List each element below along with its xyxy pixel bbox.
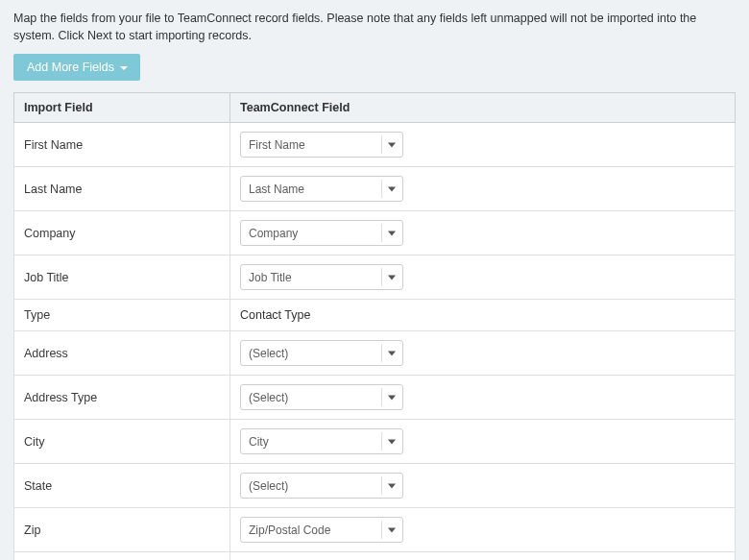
teamconnect-field-cell: Last Name bbox=[230, 167, 736, 211]
teamconnect-field-cell: First Name bbox=[230, 123, 736, 167]
teamconnect-field-cell: City bbox=[230, 420, 736, 464]
teamconnect-field-select[interactable]: City bbox=[240, 428, 403, 454]
import-field-label: Job Title bbox=[14, 256, 230, 300]
teamconnect-field-cell: Company bbox=[230, 211, 736, 256]
teamconnect-field-cell: (Select) bbox=[230, 464, 736, 508]
table-row: First NameFirst Name bbox=[14, 123, 736, 167]
import-field-label: Last Name bbox=[14, 167, 230, 211]
teamconnect-field-select[interactable]: Zip/Postal Code bbox=[240, 517, 403, 543]
table-row: Address(Select) bbox=[14, 331, 736, 376]
import-field-label: Address Type bbox=[14, 376, 230, 420]
import-field-label: First Name bbox=[14, 123, 230, 167]
teamconnect-field-select-wrap: Job Title bbox=[240, 264, 403, 290]
field-mapping-table: Import Field TeamConnect Field First Nam… bbox=[13, 92, 736, 560]
add-more-fields-button[interactable]: Add More Fields bbox=[13, 54, 140, 81]
teamconnect-field-static: Contact Type bbox=[240, 308, 310, 322]
teamconnect-field-select-wrap: (Select) bbox=[240, 384, 403, 410]
import-field-label: Zip bbox=[14, 508, 230, 552]
teamconnect-field-select-wrap: Last Name bbox=[240, 176, 403, 202]
import-field-label: Type bbox=[14, 300, 230, 331]
teamconnect-field-select-wrap: (Select) bbox=[240, 473, 403, 499]
header-teamconnect-field: TeamConnect Field bbox=[230, 93, 736, 123]
teamconnect-field-select[interactable]: Company bbox=[240, 220, 403, 246]
table-row: CompanyCompany bbox=[14, 211, 736, 256]
teamconnect-field-select-wrap: City bbox=[240, 428, 403, 454]
table-row: Phone(Select) bbox=[14, 552, 736, 560]
caret-down-icon bbox=[120, 66, 128, 70]
table-row: CityCity bbox=[14, 420, 736, 464]
teamconnect-field-cell: Contact Type bbox=[230, 300, 736, 331]
table-row: ZipZip/Postal Code bbox=[14, 508, 736, 552]
teamconnect-field-select-wrap: Company bbox=[240, 220, 403, 246]
teamconnect-field-select-wrap: (Select) bbox=[240, 340, 403, 366]
teamconnect-field-cell: (Select) bbox=[230, 552, 736, 560]
import-field-label: Company bbox=[14, 211, 230, 256]
teamconnect-field-select[interactable]: Last Name bbox=[240, 176, 403, 202]
table-row: Job TitleJob Title bbox=[14, 256, 736, 300]
teamconnect-field-select[interactable]: (Select) bbox=[240, 340, 403, 366]
table-row: Address Type(Select) bbox=[14, 376, 736, 420]
teamconnect-field-cell: (Select) bbox=[230, 376, 736, 420]
add-more-fields-label: Add More Fields bbox=[27, 61, 114, 74]
teamconnect-field-select-wrap: Zip/Postal Code bbox=[240, 517, 403, 543]
import-field-label: Address bbox=[14, 331, 230, 376]
import-field-label: State bbox=[14, 464, 230, 508]
teamconnect-field-cell: Job Title bbox=[230, 256, 736, 300]
teamconnect-field-select-wrap: First Name bbox=[240, 132, 403, 158]
import-field-label: Phone bbox=[14, 552, 230, 560]
teamconnect-field-select[interactable]: Job Title bbox=[240, 264, 403, 290]
header-import-field: Import Field bbox=[14, 93, 230, 123]
teamconnect-field-select[interactable]: First Name bbox=[240, 132, 403, 158]
teamconnect-field-select[interactable]: (Select) bbox=[240, 473, 403, 499]
teamconnect-field-cell: Zip/Postal Code bbox=[230, 508, 736, 552]
teamconnect-field-cell: (Select) bbox=[230, 331, 736, 376]
instructions-text: Map the fields from your file to TeamCon… bbox=[13, 10, 736, 44]
table-row: TypeContact Type bbox=[14, 300, 736, 331]
teamconnect-field-select[interactable]: (Select) bbox=[240, 384, 403, 410]
table-row: Last NameLast Name bbox=[14, 167, 736, 211]
table-row: State(Select) bbox=[14, 464, 736, 508]
import-field-label: City bbox=[14, 420, 230, 464]
